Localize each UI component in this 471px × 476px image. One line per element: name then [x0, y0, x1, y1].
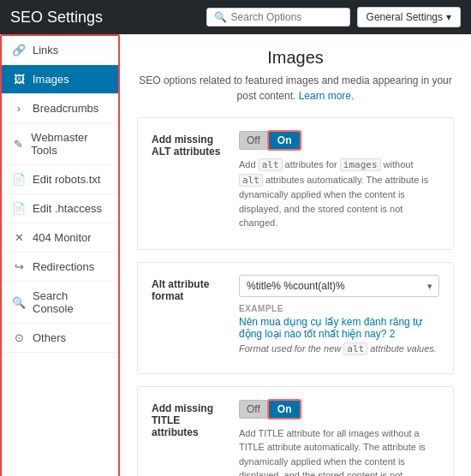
page-description: SEO options related to featured images a… [137, 73, 454, 104]
alt-format-section: Alt attribute format %title% %count(alt)… [137, 262, 454, 374]
sidebar-item-label: Breadcrumbs [33, 102, 98, 115]
title-attributes-section: Add missing TITLE attributes Off On Add … [137, 386, 454, 477]
sidebar: 🔗 Links 🖼 Images › Breadcrumbs ✎ Webmast… [0, 34, 120, 476]
search-icon: 🔍 [214, 11, 227, 23]
alt-format-dropdown-wrap: %title% %count(alt)% ▾ [239, 275, 439, 297]
alt-code-1: alt [259, 158, 283, 171]
alt-label: Add missing ALT attributes [152, 130, 229, 158]
title-field-row: Add missing TITLE attributes Off On Add … [152, 399, 439, 477]
main-content: Images SEO options related to featured i… [120, 34, 471, 476]
alt-description: Add alt attributes for images without al… [239, 158, 439, 230]
title-field-content: Off On Add TITLE attribute for all image… [239, 399, 439, 477]
images-title: Images [137, 48, 454, 68]
robots-icon: 📄 [12, 173, 26, 186]
chevron-down-icon: ▾ [446, 11, 451, 23]
alt-attributes-section: Add missing ALT attributes Off On Add al… [137, 117, 454, 250]
sidebar-item-label: Images [33, 73, 69, 86]
sidebar-item-webmaster-tools[interactable]: ✎ Webmaster Tools [2, 123, 118, 165]
title-toggle-wrap: Off On [239, 399, 439, 419]
sidebar-item-label: 404 Monitor [33, 231, 92, 244]
redirections-icon: ↪ [12, 260, 26, 273]
sidebar-item-label: Webmaster Tools [31, 131, 108, 157]
layout: 🔗 Links 🖼 Images › Breadcrumbs ✎ Webmast… [0, 34, 471, 476]
alt-example-note: Format used for the new alt attribute va… [239, 343, 439, 354]
alt-field-row: Add missing ALT attributes Off On Add al… [152, 130, 439, 230]
alt-toggle-off-button[interactable]: Off [239, 131, 267, 150]
sidebar-item-label: Search Console [33, 289, 108, 315]
alt-toggle-wrap: Off On [239, 130, 439, 151]
sidebar-item-label: Others [33, 331, 66, 344]
title-label: Add missing TITLE attributes [152, 399, 229, 438]
title-toggle-off-button[interactable]: Off [239, 400, 267, 419]
alt-example-text: Nên mua dụng cụ lấy kem đánh răng tự độn… [239, 316, 439, 340]
404-icon: ✕ [12, 231, 26, 244]
search-input[interactable] [231, 11, 343, 23]
alt-code-2: alt [239, 174, 263, 187]
alt-toggle-on-button[interactable]: On [267, 130, 302, 151]
alt-format-content: %title% %count(alt)% ▾ EXAMPLE Nên mua d… [239, 275, 439, 354]
sidebar-item-images[interactable]: 🖼 Images [2, 65, 118, 94]
sidebar-item-redirections[interactable]: ↪ Redirections [2, 253, 118, 282]
alt-format-select[interactable]: %title% %count(alt)% [239, 275, 439, 297]
sidebar-item-label: Redirections [33, 260, 94, 273]
sidebar-item-edit-htaccess[interactable]: 📄 Edit .htaccess [2, 194, 118, 223]
search-box[interactable]: 🔍 [206, 8, 350, 27]
htaccess-icon: 📄 [12, 202, 26, 215]
header: SEO Settings 🔍 General Settings ▾ [0, 0, 471, 34]
sidebar-item-search-console[interactable]: 🔍 Search Console [2, 282, 118, 324]
page-title: SEO Settings [10, 9, 103, 27]
sidebar-item-label: Edit .htaccess [33, 202, 102, 215]
alt-code-note: alt [343, 342, 367, 355]
alt-field-content: Off On Add alt attributes for images wit… [239, 130, 439, 230]
sidebar-item-404-monitor[interactable]: ✕ 404 Monitor [2, 223, 118, 253]
sidebar-item-others[interactable]: ⊙ Others [2, 324, 118, 353]
general-settings-button[interactable]: General Settings ▾ [357, 7, 461, 27]
sidebar-item-label: Edit robots.txt [33, 173, 100, 186]
breadcrumb-icon: › [12, 102, 26, 115]
link-icon: 🔗 [12, 44, 26, 57]
sidebar-item-breadcrumbs[interactable]: › Breadcrumbs [2, 94, 118, 123]
sidebar-item-edit-robots[interactable]: 📄 Edit robots.txt [2, 165, 118, 194]
title-toggle-on-button[interactable]: On [267, 399, 302, 419]
learn-more-link[interactable]: Learn more. [299, 90, 355, 102]
title-description: Add TITLE attribute for all images witho… [239, 426, 439, 477]
sidebar-item-label: Links [33, 44, 58, 57]
webmaster-icon: ✎ [12, 138, 24, 151]
others-icon: ⊙ [12, 331, 26, 344]
image-icon: 🖼 [12, 73, 26, 86]
header-controls: 🔍 General Settings ▾ [206, 7, 461, 27]
alt-format-row: Alt attribute format %title% %count(alt)… [152, 275, 439, 354]
alt-format-label: Alt attribute format [152, 275, 229, 302]
search-console-icon: 🔍 [12, 296, 26, 309]
sidebar-item-links[interactable]: 🔗 Links [2, 36, 118, 65]
general-settings-label: General Settings [367, 11, 443, 23]
images-code: images [340, 158, 381, 171]
alt-example-label: EXAMPLE [239, 304, 439, 313]
